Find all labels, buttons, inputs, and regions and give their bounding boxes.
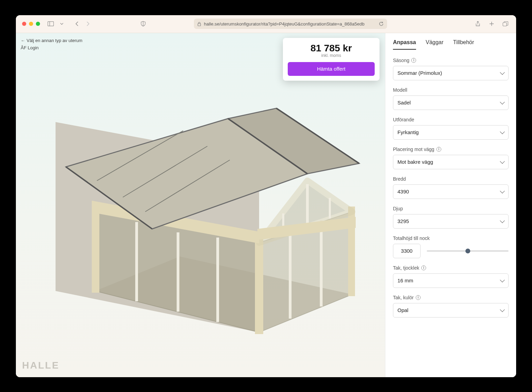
svg-rect-14 xyxy=(255,239,263,334)
chevron-down-icon xyxy=(500,218,505,223)
price-value: 81 785 kr xyxy=(288,43,375,54)
url-bar[interactable]: halle.se/uterumskonfigurator/rita?pid=P4… xyxy=(194,19,387,29)
config-sidebar: Anpassa Väggar Tillbehör Säsong i Sommar… xyxy=(385,33,516,377)
label-style: Utförande xyxy=(393,117,414,122)
lock-icon xyxy=(197,22,201,26)
brand-logo: HALLE xyxy=(22,360,59,371)
viewport-3d[interactable]: ← Välj en annan typ av uterum ÅF Login 8… xyxy=(16,33,385,377)
field-width: Bredd 4390 xyxy=(393,176,509,199)
chevron-down-icon xyxy=(500,188,505,193)
get-quote-button[interactable]: Hämta offert xyxy=(288,62,375,76)
privacy-shield-icon[interactable] xyxy=(139,19,148,28)
tabs-icon[interactable] xyxy=(501,19,510,28)
field-depth: Djup 3295 xyxy=(393,206,509,229)
price-card: 81 785 kr inkl. moms Hämta offert xyxy=(283,38,380,81)
new-tab-icon[interactable] xyxy=(487,19,496,28)
select-width-value: 4390 xyxy=(397,189,409,194)
select-depth-value: 3295 xyxy=(397,218,409,224)
share-icon[interactable] xyxy=(473,19,482,28)
chevron-down-icon xyxy=(500,129,505,134)
label-width: Bredd xyxy=(393,176,406,182)
label-season: Säsong xyxy=(393,58,409,63)
app-body: ← Välj en annan typ av uterum ÅF Login 8… xyxy=(16,33,516,377)
select-roof-thickness[interactable]: 16 mm xyxy=(393,273,509,288)
label-model: Modell xyxy=(393,87,407,93)
chevron-down-icon xyxy=(500,70,505,74)
af-login-link[interactable]: ÅF Login xyxy=(21,45,82,50)
svg-rect-0 xyxy=(48,22,54,26)
tab-bar: Anpassa Väggar Tillbehör xyxy=(393,39,509,50)
info-icon[interactable]: i xyxy=(416,295,421,300)
info-icon[interactable]: i xyxy=(436,147,441,152)
field-season: Säsong i Sommar (Primolux) xyxy=(393,58,509,80)
chevron-down-icon[interactable] xyxy=(57,19,66,28)
arrow-left-icon: ← xyxy=(21,38,25,43)
select-style-value: Fyrkantig xyxy=(397,129,419,135)
svg-rect-3 xyxy=(503,23,507,26)
select-width[interactable]: 4390 xyxy=(393,184,509,199)
select-placement[interactable]: Mot bakre vägg xyxy=(393,155,509,169)
browser-window: halle.se/uterumskonfigurator/rita?pid=P4… xyxy=(16,15,516,377)
field-height: Totalhöjd till nock xyxy=(393,235,509,258)
top-links: ← Välj en annan typ av uterum ÅF Login xyxy=(21,38,82,50)
price-subtitle: inkl. moms xyxy=(288,53,375,58)
field-placement: Placering mot vägg i Mot bakre vägg xyxy=(393,147,509,169)
sidebar-toggle-icon[interactable] xyxy=(46,19,55,28)
select-roof-thickness-value: 16 mm xyxy=(397,278,413,283)
label-placement: Placering mot vägg xyxy=(393,147,434,152)
forward-icon[interactable] xyxy=(83,19,92,28)
select-roof-color-value: Opal xyxy=(397,307,408,313)
select-placement-value: Mot bakre vägg xyxy=(397,159,433,165)
svg-rect-13 xyxy=(92,208,99,293)
minimize-window-icon[interactable] xyxy=(29,22,33,26)
tab-tillbehor[interactable]: Tillbehör xyxy=(453,39,474,50)
house-illustration xyxy=(35,77,366,360)
chevron-down-icon xyxy=(500,307,505,312)
back-link[interactable]: ← Välj en annan typ av uterum xyxy=(21,38,82,43)
select-season[interactable]: Sommar (Primolux) xyxy=(393,66,509,80)
slider-thumb[interactable] xyxy=(465,249,470,253)
chevron-down-icon xyxy=(500,277,505,282)
close-window-icon[interactable] xyxy=(22,22,26,26)
field-model: Modell Sadel xyxy=(393,87,509,110)
select-depth[interactable]: 3295 xyxy=(393,214,509,229)
select-model-value: Sadel xyxy=(397,100,411,105)
svg-rect-2 xyxy=(198,23,201,26)
label-height: Totalhöjd till nock xyxy=(393,235,430,241)
select-roof-color[interactable]: Opal xyxy=(393,303,509,318)
label-roof-color: Tak, kulör xyxy=(393,295,414,300)
select-season-value: Sommar (Primolux) xyxy=(397,70,442,76)
chevron-down-icon xyxy=(500,99,505,104)
maximize-window-icon[interactable] xyxy=(36,22,40,26)
info-icon[interactable]: i xyxy=(421,265,426,270)
select-style[interactable]: Fyrkantig xyxy=(393,125,509,140)
back-link-label: Välj en annan typ av uterum xyxy=(27,38,82,43)
input-height[interactable] xyxy=(393,244,421,258)
label-depth: Djup xyxy=(393,206,403,211)
info-icon[interactable]: i xyxy=(411,58,416,63)
browser-toolbar: halle.se/uterumskonfigurator/rita?pid=P4… xyxy=(16,15,516,33)
select-model[interactable]: Sadel xyxy=(393,96,509,110)
field-roof-color: Tak, kulör i Opal xyxy=(393,295,509,318)
window-controls xyxy=(22,22,40,26)
tab-anpassa[interactable]: Anpassa xyxy=(393,39,416,50)
back-icon[interactable] xyxy=(72,19,81,28)
url-text: halle.se/uterumskonfigurator/rita?pid=P4… xyxy=(204,21,376,27)
field-roof-thickness: Tak, tjocklek i 16 mm xyxy=(393,265,509,288)
tab-vaggar[interactable]: Väggar xyxy=(426,39,444,50)
reload-icon[interactable] xyxy=(379,21,384,26)
chevron-down-icon xyxy=(500,159,505,163)
slider-height[interactable] xyxy=(427,248,509,254)
field-style: Utförande Fyrkantig xyxy=(393,117,509,140)
label-roof-thickness: Tak, tjocklek xyxy=(393,265,419,271)
